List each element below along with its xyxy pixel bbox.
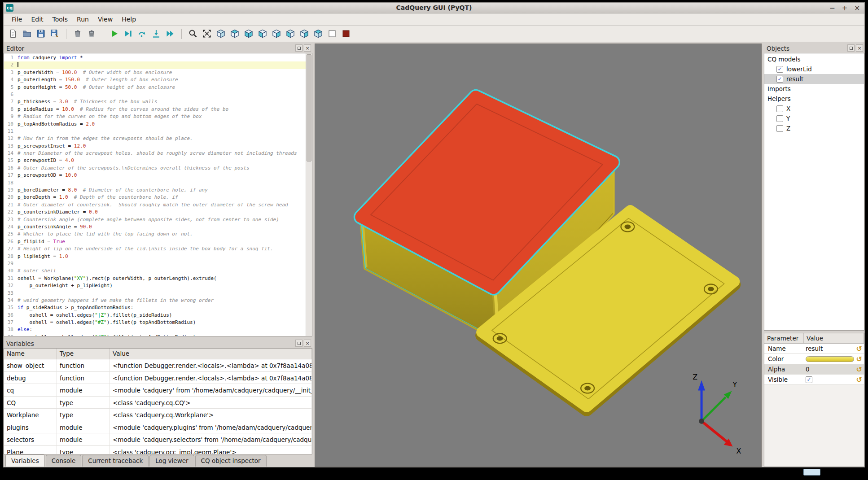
editor-float-button[interactable] xyxy=(295,44,302,52)
objects-tree: CQ models✓lowerLid✓resultImportsHelpersX… xyxy=(764,53,864,331)
white-square-button[interactable] xyxy=(326,28,338,39)
line-number: 24 xyxy=(4,223,18,231)
objects-close-button[interactable]: × xyxy=(856,44,863,52)
editor-close-button[interactable]: × xyxy=(304,44,311,52)
trash-button[interactable] xyxy=(86,28,97,39)
editor-scrollbar-thumb[interactable] xyxy=(307,54,311,161)
reset-icon[interactable]: ↺ xyxy=(856,355,862,363)
render-button[interactable] xyxy=(109,28,120,39)
column-header-value[interactable]: Value xyxy=(804,333,864,343)
step-into-button[interactable] xyxy=(150,28,162,39)
param-row-alpha[interactable]: Alpha0↺ xyxy=(764,364,864,375)
zoom-to-fit-button[interactable] xyxy=(187,28,199,39)
menu-file[interactable]: File xyxy=(7,14,26,25)
tab-console[interactable]: Console xyxy=(46,455,82,467)
visible-checkbox[interactable]: ✓ xyxy=(806,376,812,383)
tree-group-imports[interactable]: Imports xyxy=(764,84,864,94)
variables-float-button[interactable] xyxy=(295,340,302,347)
menu-tools[interactable]: Tools xyxy=(48,14,73,25)
new-script-button[interactable] xyxy=(7,28,19,39)
code-editor[interactable]: 1from cadquery import *23p_outerWidth = … xyxy=(4,53,312,336)
objects-float-button[interactable] xyxy=(847,44,855,52)
code-line-5: 5p_outerHeight = 50.0 # Outer height of … xyxy=(4,84,306,91)
tree-group-cq-models[interactable]: CQ models xyxy=(764,54,864,64)
axis-triad: Z Y X xyxy=(693,373,741,456)
left-view-button[interactable] xyxy=(285,28,296,39)
variable-row-plugins[interactable]: pluginsmodule<module 'cadquery.plugins' … xyxy=(4,421,312,434)
save-script-button[interactable] xyxy=(35,28,47,39)
menu-help[interactable]: Help xyxy=(117,14,140,25)
variable-row-cq[interactable]: cqmodule<module 'cadquery' from '/home/a… xyxy=(4,384,312,397)
continue-button[interactable] xyxy=(164,28,176,39)
code-line-33: 33 xyxy=(4,290,306,297)
axo-view-button[interactable] xyxy=(312,28,324,39)
tree-item-lowerlid[interactable]: ✓lowerLid xyxy=(764,64,864,74)
code-area[interactable]: 1from cadquery import *23p_outerWidth = … xyxy=(4,53,306,336)
variable-cell: Workplane xyxy=(4,409,57,421)
column-header-type[interactable]: Type xyxy=(57,349,110,359)
open-script-button[interactable] xyxy=(21,28,33,39)
front-view-button[interactable] xyxy=(257,28,268,39)
code-text: # nner Diameter of the screwpost holes, … xyxy=(18,150,306,157)
3d-viewport[interactable]: Z Y X xyxy=(315,44,762,467)
menu-view[interactable]: View xyxy=(93,14,117,25)
back-view-button[interactable] xyxy=(271,28,282,39)
axis-y-label: Y xyxy=(732,381,737,389)
param-name: Visible xyxy=(764,376,804,383)
variable-row-workplane[interactable]: Workplanetype<class 'cadquery.cq.Workpla… xyxy=(4,409,312,421)
param-name: Color xyxy=(764,355,804,362)
menu-run[interactable]: Run xyxy=(72,14,93,25)
step-over-button[interactable] xyxy=(136,28,148,39)
param-value[interactable]: 0 xyxy=(804,366,864,373)
tree-item-z[interactable]: Z xyxy=(764,123,864,133)
debug-button[interactable] xyxy=(123,28,134,39)
tab-log-viewer[interactable]: Log viewer xyxy=(149,455,194,467)
variable-row-selectors[interactable]: selectorsmodule<module 'cadquery.selecto… xyxy=(4,433,312,446)
column-header-parameter[interactable]: Parameter xyxy=(764,333,804,343)
variable-row-show-object[interactable]: show_objectfunction<function Debugger.re… xyxy=(4,359,312,372)
reset-icon[interactable]: ↺ xyxy=(856,375,862,384)
variable-row-plane[interactable]: Planetype<class 'cadquery.occ_impl.geom.… xyxy=(4,446,312,455)
tree-item-x[interactable]: X xyxy=(764,104,864,113)
x-checkbox[interactable] xyxy=(776,105,783,112)
variable-cell: cq xyxy=(4,384,57,396)
param-value[interactable]: ✓ xyxy=(804,376,864,383)
tree-item-y[interactable]: Y xyxy=(764,113,864,123)
tab-variables[interactable]: Variables xyxy=(5,454,45,467)
tab-current-traceback[interactable]: Current traceback xyxy=(82,455,149,467)
y-checkbox[interactable] xyxy=(776,115,783,122)
color-swatch[interactable] xyxy=(806,356,854,362)
variables-close-button[interactable]: × xyxy=(304,340,311,347)
save-as-button[interactable] xyxy=(49,28,61,39)
param-value[interactable] xyxy=(804,356,864,362)
fit-all-button[interactable] xyxy=(201,28,213,39)
editor-scrollbar[interactable] xyxy=(306,53,312,336)
close-button[interactable]: × xyxy=(854,4,860,12)
tab-cq-object-inspector[interactable]: CQ object inspector xyxy=(195,455,267,467)
param-row-name[interactable]: Nameresult↺ xyxy=(764,344,864,354)
variable-row-cq[interactable]: CQtype<class 'cadquery.cq.CQ'> xyxy=(4,397,312,409)
right-view-button[interactable] xyxy=(298,28,310,39)
top-view-button[interactable] xyxy=(229,28,241,39)
minimize-button[interactable]: − xyxy=(829,4,835,12)
reset-icon[interactable]: ↺ xyxy=(856,365,862,374)
tree-item-result[interactable]: ✓result xyxy=(764,74,864,84)
menu-edit[interactable]: Edit xyxy=(26,14,48,25)
iso-view-button[interactable] xyxy=(215,28,227,39)
result-checkbox[interactable]: ✓ xyxy=(776,76,783,83)
tree-group-helpers[interactable]: Helpers xyxy=(764,94,864,104)
param-row-visible[interactable]: Visible✓↺ xyxy=(764,375,864,385)
variable-row-debug[interactable]: debugfunction<function Debugger.render.<… xyxy=(4,372,312,384)
bottom-view-button[interactable] xyxy=(243,28,254,39)
reset-icon[interactable]: ↺ xyxy=(856,345,862,353)
delete-button[interactable] xyxy=(72,28,83,39)
lowerlid-checkbox[interactable]: ✓ xyxy=(776,66,783,73)
z-checkbox[interactable] xyxy=(776,125,783,132)
param-value[interactable]: result xyxy=(804,345,864,352)
column-header-value[interactable]: Value xyxy=(110,349,312,359)
param-row-color[interactable]: Color↺ xyxy=(764,354,864,364)
column-header-name[interactable]: Name xyxy=(4,349,57,359)
maximize-button[interactable]: + xyxy=(842,4,848,12)
parameters-table-header: ParameterValue xyxy=(764,333,864,344)
stop-button[interactable] xyxy=(340,28,352,39)
